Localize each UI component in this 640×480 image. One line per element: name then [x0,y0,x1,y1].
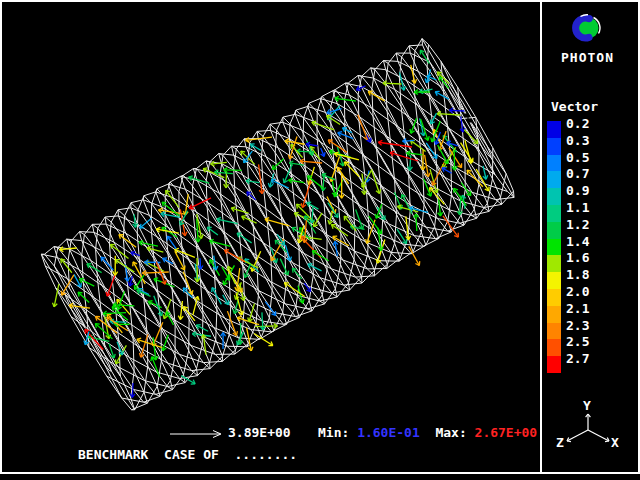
legend-swatch [547,239,561,256]
legend-swatch [547,339,561,356]
legend-entry: 2.3 [547,323,561,340]
legend-colorbar: 0.20.30.50.70.91.11.21.41.61.82.02.12.32… [547,121,561,373]
legend-swatch [547,222,561,239]
legend-entry: 1.4 [547,239,561,256]
legend-value: 0.5 [566,150,589,165]
legend-entry: 1.1 [547,205,561,222]
legend-value: 0.2 [566,116,589,131]
legend-value: 0.3 [566,133,589,148]
legend-value: 2.7 [566,351,589,366]
legend-entry: 2.0 [547,289,561,306]
app-title: PHOTON [561,50,614,65]
legend-entry: 0.5 [547,155,561,172]
legend-value: 0.9 [566,183,589,198]
legend-entry: 0.9 [547,188,561,205]
min-label: Min: [318,425,349,440]
legend-entry: 0.2 [547,121,561,138]
max-value: 2.67E+00 [475,425,538,440]
legend-value: 1.6 [566,250,589,265]
legend-swatch [547,205,561,222]
legend-value: 2.0 [566,284,589,299]
vector-plot-viewport[interactable] [0,0,640,480]
axis-triad-icon [567,414,609,442]
legend-swatch [547,138,561,155]
legend-value: 1.2 [566,217,589,232]
scale-arrow-value: 3.89E+00 [228,425,291,440]
legend-swatch [547,306,561,323]
legend-entry: 0.7 [547,171,561,188]
legend-entry: 1.2 [547,222,561,239]
legend-swatch [547,272,561,289]
legend-value: 2.3 [566,318,589,333]
legend-entry: 1.8 [547,272,561,289]
photon-logo-icon [567,9,605,47]
legend-value: 1.8 [566,267,589,282]
panel-divider [540,2,542,472]
legend-swatch [547,289,561,306]
min-value: 1.60E-01 [357,425,420,440]
legend-swatch [547,188,561,205]
legend-swatch [547,356,561,373]
legend-swatch [547,171,561,188]
axis-y-label: Y [583,398,591,413]
legend-swatch [547,155,561,172]
legend-entry: 1.6 [547,255,561,272]
minmax-readout: Min: 1.60E-01 Max: 2.67E+00 [318,425,537,440]
legend-value: 2.5 [566,334,589,349]
plot-caption: BENCHMARK CASE OF ........ [78,447,297,462]
legend-value: 1.4 [566,234,589,249]
legend-entry: 2.5 [547,339,561,356]
legend-value: 1.1 [566,200,589,215]
legend-entry: 2.1 [547,306,561,323]
photon-window: PHOTON Vector 0.20.30.50.70.91.11.21.41.… [0,0,640,480]
scale-arrow-icon [170,431,221,438]
legend-swatch [547,121,561,138]
legend-swatch [547,323,561,340]
max-label: Max: [435,425,466,440]
legend-entry: 0.3 [547,138,561,155]
axis-x-label: X [611,435,619,450]
axis-z-label: Z [556,435,564,450]
legend-entry: 2.7 [547,356,561,373]
legend-title: Vector [551,99,598,114]
legend-value: 2.1 [566,301,589,316]
legend-value: 0.7 [566,166,589,181]
legend-swatch [547,255,561,272]
